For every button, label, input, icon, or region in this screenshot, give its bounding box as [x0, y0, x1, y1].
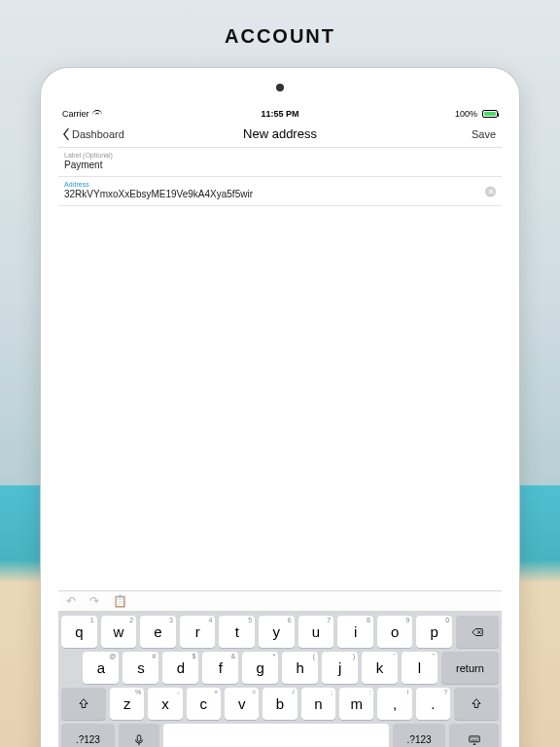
- undo-icon[interactable]: ↶: [66, 594, 76, 608]
- wifi-icon: [92, 110, 102, 118]
- key-x[interactable]: -x: [148, 688, 182, 720]
- screen: Carrier 11:55 PM 100% Dashboard New addr…: [58, 107, 502, 747]
- key-e[interactable]: 3e: [140, 616, 176, 648]
- shift-key-right[interactable]: [454, 688, 499, 720]
- key-j[interactable]: )j: [322, 652, 358, 684]
- key-n[interactable]: ;n: [301, 688, 335, 720]
- address-value: 32RkVYmxoXxEbsyME19Ve9kA4Xya5f5wir: [64, 189, 496, 200]
- key-y[interactable]: 6y: [259, 616, 295, 648]
- nav-title: New address: [243, 126, 317, 141]
- key-i[interactable]: 8i: [337, 616, 373, 648]
- nav-bar: Dashboard New address Save: [58, 121, 502, 148]
- key-c[interactable]: +c: [187, 688, 221, 720]
- key-b[interactable]: /b: [262, 688, 297, 720]
- device-frame: Carrier 11:55 PM 100% Dashboard New addr…: [41, 68, 519, 747]
- mic-key[interactable]: [119, 724, 159, 747]
- key-q[interactable]: 1q: [61, 616, 97, 648]
- camera-dot: [276, 84, 284, 91]
- status-time: 11:55 PM: [58, 109, 502, 119]
- clipboard-icon[interactable]: 📋: [113, 594, 127, 608]
- label-caption: Label (Optional): [64, 152, 496, 159]
- dismiss-keyboard-key[interactable]: [449, 724, 499, 747]
- battery-pct: 100%: [455, 109, 477, 119]
- key-w[interactable]: 2w: [101, 616, 137, 648]
- numbers-key[interactable]: .?123: [61, 724, 115, 747]
- svg-rect-2: [137, 734, 141, 740]
- numbers-key-right[interactable]: .?123: [393, 724, 446, 747]
- carrier-label: Carrier: [62, 109, 89, 119]
- return-key[interactable]: return: [441, 652, 499, 684]
- key-r[interactable]: 4r: [180, 616, 216, 648]
- content-area: [58, 206, 502, 590]
- key-l[interactable]: "l: [402, 652, 438, 684]
- keyboard-toolbar: ↶ ↷ 📋: [58, 590, 502, 612]
- key-t[interactable]: 5t: [219, 616, 255, 648]
- key-v[interactable]: =v: [225, 688, 259, 720]
- key-z[interactable]: %z: [110, 688, 144, 720]
- backspace-key[interactable]: [456, 616, 499, 648]
- label-field[interactable]: Label (Optional) Payment: [58, 148, 502, 177]
- comma-key[interactable]: !,: [377, 688, 411, 720]
- key-o[interactable]: 9o: [377, 616, 413, 648]
- key-u[interactable]: 7u: [298, 616, 334, 648]
- key-m[interactable]: :m: [339, 688, 373, 720]
- address-field[interactable]: Address 32RkVYmxoXxEbsyME19Ve9kA4Xya5f5w…: [58, 177, 502, 206]
- key-d[interactable]: $d: [162, 652, 198, 684]
- address-caption: Address: [64, 181, 496, 188]
- chevron-left-icon: [60, 127, 72, 141]
- key-g[interactable]: *g: [242, 652, 278, 684]
- shift-key[interactable]: [61, 688, 106, 720]
- svg-rect-3: [469, 735, 479, 741]
- space-key[interactable]: [163, 724, 389, 747]
- key-s[interactable]: #s: [122, 652, 158, 684]
- period-key[interactable]: ?.: [416, 688, 450, 720]
- label-value: Payment: [64, 160, 496, 171]
- key-f[interactable]: &f: [202, 652, 238, 684]
- key-p[interactable]: 0p: [416, 616, 452, 648]
- save-button[interactable]: Save: [472, 128, 496, 140]
- back-button[interactable]: Dashboard: [60, 127, 124, 141]
- keyboard-area: ↶ ↷ 📋 1q2w3e4r5t6y7u8i9o0p @a#s$d&f*g(h)…: [58, 590, 502, 747]
- redo-icon[interactable]: ↷: [89, 594, 99, 608]
- back-label: Dashboard: [72, 128, 124, 140]
- page-header: ACCOUNT: [0, 25, 560, 48]
- key-k[interactable]: 'k: [362, 652, 398, 684]
- key-h[interactable]: (h: [282, 652, 318, 684]
- key-a[interactable]: @a: [83, 652, 119, 684]
- clear-button[interactable]: [485, 186, 496, 196]
- battery-icon: [480, 110, 498, 118]
- status-bar: Carrier 11:55 PM 100%: [58, 107, 502, 121]
- keyboard: 1q2w3e4r5t6y7u8i9o0p @a#s$d&f*g(h)j'k"lr…: [58, 612, 502, 747]
